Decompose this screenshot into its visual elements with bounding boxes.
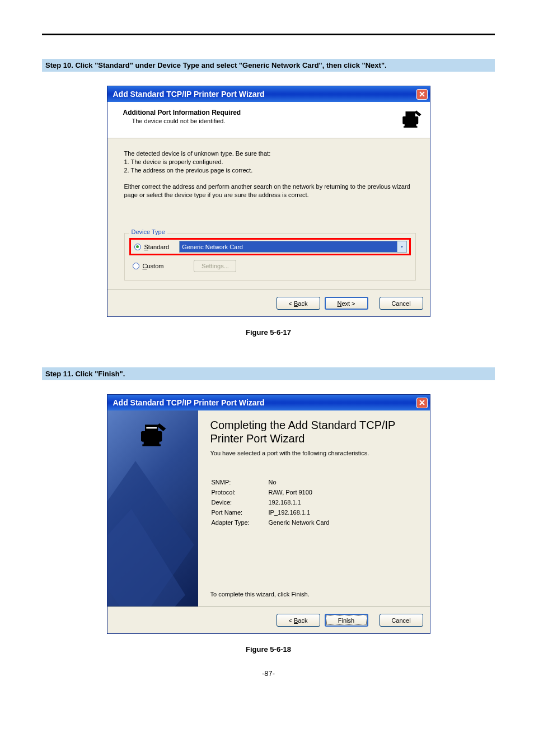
table-row: SNMP:No bbox=[212, 478, 418, 487]
char-value: IP_192.168.1.1 bbox=[269, 508, 418, 517]
char-key: SNMP: bbox=[212, 478, 268, 487]
titlebar: Add Standard TCP/IP Printer Port Wizard bbox=[107, 395, 430, 410]
dialog-add-port-info: Add Standard TCP/IP Printer Port Wizard … bbox=[107, 86, 430, 317]
fieldset-legend: Device Type bbox=[129, 228, 167, 235]
completion-right-panel: Completing the Add Standard TCP/IP Print… bbox=[198, 410, 430, 606]
step-10-heading: Step 10. Click "Standard" under Device T… bbox=[42, 59, 495, 72]
radio-standard[interactable] bbox=[134, 244, 141, 250]
table-row: Device:192.168.1.1 bbox=[212, 498, 418, 507]
char-value: No bbox=[269, 478, 418, 487]
completion-subtitle: You have selected a port with the follow… bbox=[210, 450, 419, 456]
dialog-body: The detected device is of unknown type. … bbox=[107, 138, 430, 290]
page-number: -87- bbox=[42, 669, 495, 678]
settings-button: Settings... bbox=[194, 260, 236, 272]
radio-standard-label: Standard bbox=[144, 244, 170, 250]
close-icon bbox=[419, 91, 425, 97]
next-button[interactable]: Next > bbox=[325, 297, 368, 310]
device-type-combobox[interactable]: Generic Network Card ▾ bbox=[179, 241, 406, 253]
char-key: Protocol: bbox=[212, 488, 268, 497]
dialog-completing-wizard: Add Standard TCP/IP Printer Port Wizard bbox=[107, 394, 430, 634]
printer-icon bbox=[137, 419, 168, 451]
page-top-rule bbox=[42, 34, 495, 35]
svg-rect-7 bbox=[142, 444, 161, 446]
figure-5-6-18-caption: Figure 5-6-18 bbox=[42, 645, 495, 654]
combo-text: Generic Network Card bbox=[180, 244, 243, 250]
close-button[interactable] bbox=[416, 398, 428, 408]
back-button[interactable]: < Back bbox=[277, 297, 320, 310]
radio-custom[interactable] bbox=[133, 263, 139, 269]
body-para2: Either correct the address and perform a… bbox=[124, 183, 416, 199]
body-text-block: The detected device is of unknown type. … bbox=[124, 150, 416, 199]
characteristics-tbody: SNMP:NoProtocol:RAW, Port 9100Device:192… bbox=[212, 478, 418, 527]
char-value: 192.168.1.1 bbox=[269, 498, 418, 507]
char-key: Adapter Type: bbox=[212, 518, 268, 527]
dialog-body: Completing the Add Standard TCP/IP Print… bbox=[107, 410, 430, 606]
body-line1: The detected device is of unknown type. … bbox=[124, 150, 416, 158]
table-row: Port Name:IP_192.168.1.1 bbox=[212, 508, 418, 517]
close-icon bbox=[419, 400, 425, 405]
char-value: Generic Network Card bbox=[269, 518, 418, 527]
table-row: Adapter Type:Generic Network Card bbox=[212, 518, 418, 527]
body-line3: 2. The address on the previous page is c… bbox=[124, 166, 416, 175]
cancel-button[interactable]: Cancel bbox=[380, 297, 423, 310]
dialog-header: Additional Port Information Required The… bbox=[107, 102, 430, 138]
chevron-down-icon[interactable]: ▾ bbox=[397, 241, 406, 252]
char-key: Port Name: bbox=[212, 508, 268, 517]
svg-rect-3 bbox=[404, 126, 418, 128]
radio-custom-label: Custom bbox=[143, 263, 164, 269]
char-key: Device: bbox=[212, 498, 268, 507]
completion-title: Completing the Add Standard TCP/IP Print… bbox=[210, 418, 419, 445]
table-row: Protocol:RAW, Port 9100 bbox=[212, 488, 418, 497]
step-11-heading: Step 11. Click "Finish". bbox=[42, 367, 495, 380]
characteristics-table: SNMP:NoProtocol:RAW, Port 9100Device:192… bbox=[210, 477, 419, 528]
body-line2: 1. The device is properly configured. bbox=[124, 158, 416, 166]
cancel-button[interactable]: Cancel bbox=[380, 614, 423, 627]
printer-icon bbox=[400, 108, 423, 131]
svg-rect-8 bbox=[146, 427, 157, 428]
dialog-footer: < Back Next > Cancel bbox=[107, 290, 430, 316]
figure-5-6-17-caption: Figure 5-6-17 bbox=[42, 328, 495, 337]
finish-button[interactable]: Finish bbox=[325, 614, 368, 627]
wizard-side-panel bbox=[107, 410, 198, 606]
dialog-footer: < Back Finish Cancel bbox=[107, 607, 430, 633]
titlebar-text: Add Standard TCP/IP Printer Port Wizard bbox=[113, 398, 265, 407]
titlebar-text: Add Standard TCP/IP Printer Port Wizard bbox=[113, 90, 265, 99]
back-button[interactable]: < Back bbox=[277, 614, 320, 627]
dialog-header-title: Additional Port Information Required bbox=[123, 109, 241, 116]
device-type-fieldset: Device Type Standard Generic Network Car… bbox=[124, 233, 416, 281]
dialog-header-subtitle: The device could not be identified. bbox=[132, 118, 241, 124]
titlebar: Add Standard TCP/IP Printer Port Wizard bbox=[107, 86, 430, 102]
highlight-box: Standard Generic Network Card ▾ bbox=[129, 238, 411, 255]
close-button[interactable] bbox=[416, 89, 428, 100]
char-value: RAW, Port 9100 bbox=[269, 488, 418, 497]
complete-instruction: To complete this wizard, click Finish. bbox=[210, 591, 419, 601]
svg-rect-1 bbox=[405, 111, 415, 118]
